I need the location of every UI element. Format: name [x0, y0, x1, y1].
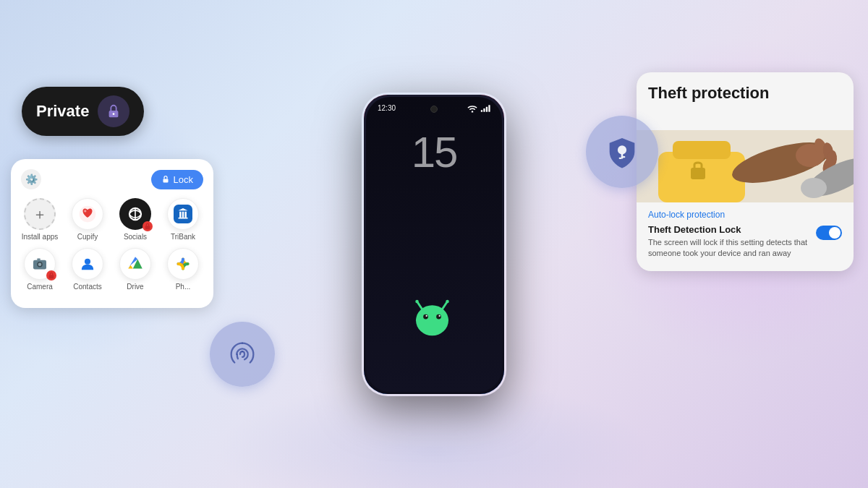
phone-container: 12:30 — [362, 93, 506, 396]
app-socials[interactable]: Socials — [116, 198, 154, 241]
cupify-svg — [78, 205, 97, 223]
svg-point-29 — [415, 299, 419, 303]
svg-rect-6 — [145, 226, 150, 229]
camera-badge — [46, 270, 56, 281]
app-install[interactable]: ＋ Install apps — [21, 198, 59, 241]
svg-rect-9 — [182, 212, 184, 218]
lock-small-icon — [161, 175, 170, 184]
theft-detection-desc: The screen will lock if this setting det… — [648, 237, 809, 260]
lock-button-label: Lock — [174, 174, 193, 185]
app-name-camera: Camera — [27, 283, 53, 291]
svg-point-22 — [472, 111, 473, 112]
signal-icon — [480, 104, 490, 113]
svg-rect-24 — [483, 108, 485, 112]
private-label: Private — [36, 102, 89, 121]
android-mascot — [405, 291, 463, 348]
svg-rect-8 — [179, 212, 181, 218]
fingerprint-circle — [210, 322, 275, 387]
theft-card-header: Theft protection — [637, 72, 854, 108]
app-name-cupify: Cupify — [77, 233, 98, 241]
camera-svg — [31, 255, 48, 273]
tribank-svg — [174, 205, 192, 223]
shield-circle — [586, 116, 658, 188]
socials-badge — [142, 221, 153, 231]
app-icon-socials — [119, 198, 151, 230]
app-icon-contacts — [72, 248, 103, 280]
lock-button[interactable]: Lock — [151, 170, 203, 189]
svg-point-36 — [618, 145, 626, 154]
svg-rect-11 — [179, 218, 188, 219]
svg-point-35 — [439, 314, 441, 316]
photos-svg — [174, 254, 192, 273]
app-photos[interactable]: Ph... — [164, 248, 202, 291]
svg-rect-15 — [37, 259, 41, 260]
socials-svg — [126, 205, 145, 223]
camera-badge-lock — [48, 272, 55, 279]
app-name-socials: Socials — [124, 233, 147, 241]
app-row-2: Camera Contacts — [21, 248, 203, 291]
app-icon-photos — [167, 248, 199, 280]
svg-rect-23 — [481, 110, 482, 111]
private-pill[interactable]: Private — [22, 87, 144, 136]
status-icons — [467, 104, 490, 113]
app-grid-top: ⚙️ Lock — [21, 169, 203, 189]
theft-title: Theft protection — [648, 84, 842, 103]
shield-key-icon — [603, 133, 641, 171]
svg-point-4 — [84, 210, 86, 212]
android-svg — [405, 291, 459, 345]
drive-svg — [126, 254, 145, 273]
svg-point-17 — [85, 259, 90, 265]
svg-marker-19 — [128, 265, 133, 269]
phone-screen: 12:30 — [366, 97, 502, 392]
app-name-contacts: Contacts — [73, 283, 101, 291]
theft-protection-card: Theft protection — [637, 72, 854, 271]
svg-rect-10 — [184, 212, 186, 218]
app-tribank[interactable]: TriBank — [164, 198, 202, 241]
theft-card-body: Auto-lock protection Theft Detection Loc… — [637, 202, 854, 271]
app-icon-install: ＋ — [24, 198, 56, 230]
phone-date: 15 — [412, 131, 457, 174]
svg-point-50 — [801, 178, 827, 198]
phone-camera — [430, 106, 438, 113]
app-drive[interactable]: Drive — [116, 248, 154, 291]
wifi-icon — [467, 104, 478, 113]
svg-rect-2 — [163, 179, 168, 183]
svg-rect-39 — [619, 158, 621, 159]
svg-rect-38 — [623, 156, 625, 158]
svg-rect-42 — [673, 141, 731, 159]
fingerprint-icon — [226, 338, 259, 371]
svg-point-32 — [423, 314, 428, 319]
theft-illustration — [637, 108, 854, 202]
gear-icon[interactable]: ⚙️ — [21, 169, 41, 189]
svg-point-30 — [446, 299, 449, 303]
contacts-svg — [78, 254, 97, 273]
private-lock-circle — [98, 95, 129, 127]
svg-rect-26 — [488, 105, 490, 111]
app-icon-tribank — [167, 198, 199, 230]
app-cupify[interactable]: Cupify — [69, 198, 106, 241]
theft-detection-toggle[interactable] — [816, 226, 842, 240]
theft-detection-title: Theft Detection Lock — [648, 224, 809, 235]
app-grid-card: ⚙️ Lock ＋ Install apps Cupify — [11, 159, 213, 308]
app-name-install: Install apps — [22, 233, 59, 241]
bg-blob-bottom — [217, 380, 651, 488]
app-camera[interactable]: Camera — [21, 248, 59, 291]
app-icon-cupify — [72, 198, 103, 230]
app-icon-camera — [24, 248, 56, 280]
theft-detection-text: Theft Detection Lock The screen will loc… — [648, 224, 809, 260]
app-row-1: ＋ Install apps Cupify — [21, 198, 203, 241]
svg-point-1 — [113, 113, 115, 115]
phone: 12:30 — [362, 93, 506, 396]
app-icon-drive — [119, 248, 151, 280]
app-name-tribank: TriBank — [171, 233, 195, 241]
lock-icon — [106, 103, 122, 119]
auto-lock-label: Auto-lock protection — [648, 210, 842, 220]
app-contacts[interactable]: Contacts — [69, 248, 106, 291]
svg-point-14 — [38, 263, 42, 267]
app-name-photos: Ph... — [176, 283, 191, 291]
svg-point-34 — [426, 314, 427, 316]
theft-illustration-svg — [637, 108, 854, 202]
theft-detection-row: Theft Detection Lock The screen will loc… — [648, 224, 842, 260]
svg-rect-25 — [486, 106, 488, 111]
svg-rect-51 — [691, 168, 705, 179]
